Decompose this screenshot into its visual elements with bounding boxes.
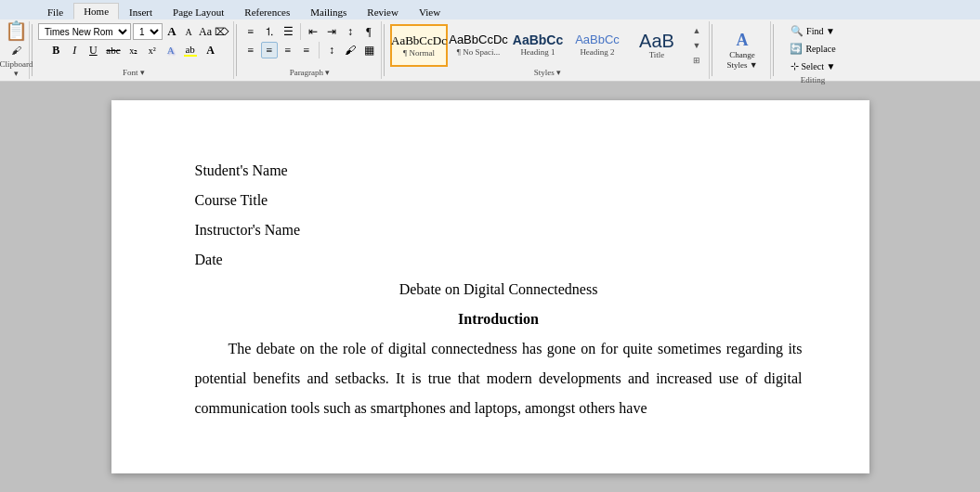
tab-page-layout[interactable]: Page Layout [163,4,234,19]
styles-group: AaBbCcDc ¶ Normal AaBbCcDc ¶ No Spaci...… [386,21,710,79]
italic-button[interactable]: I [66,42,83,58]
find-icon: 🔍 [791,25,804,37]
styles-scroll-up[interactable]: ▲ [688,23,705,37]
text-effects-button[interactable]: A [163,42,179,58]
style-normal[interactable]: AaBbCcDc ¶ Normal [390,24,448,67]
grow-font-button[interactable]: A [164,24,179,39]
align-right-button[interactable]: ≡ [280,42,296,58]
change-styles-label: ChangeStyles ▼ [726,50,757,71]
paste-button[interactable]: 📋 [2,22,31,39]
divider-4 [712,24,712,76]
style-heading2[interactable]: AaBbCc Heading 2 [568,24,626,67]
font-group: Times New Rom 12 A A Aa ⌦ B I U [34,21,234,79]
styles-more[interactable]: ⊞ [688,53,705,67]
font-name-select[interactable]: Times New Rom [38,23,131,40]
clear-formatting-button[interactable]: ⌦ [215,24,229,39]
style-h1-label: Heading 1 [520,47,555,57]
multilevel-list-button[interactable]: ☰ [280,23,296,40]
style-h2-label: Heading 2 [580,47,614,57]
tab-mailings[interactable]: Mailings [300,4,357,19]
editing-group: 🔍 Find ▼ 🔄 Replace ⊹ Select ▼ Editing [776,21,850,79]
align-center-button[interactable]: ≡ [261,42,278,58]
style-no-spacing[interactable]: AaBbCcDc ¶ No Spaci... [450,24,507,67]
font-row1: Times New Rom 12 A A Aa ⌦ [38,23,229,40]
font-size-select[interactable]: 12 [133,23,163,40]
document-page: Student's Name Course Title Instructor's… [111,100,869,473]
shrink-font-button[interactable]: A [181,24,196,39]
style-nospace-label: ¶ No Spaci... [457,47,500,57]
numbering-button[interactable]: ⒈ [261,23,278,40]
style-title[interactable]: AaB Title [628,24,686,67]
divider-5 [773,24,774,76]
ribbon: File Home Insert Page Layout References … [0,0,980,82]
bold-button[interactable]: B [47,42,64,58]
change-case-button[interactable]: Aa [198,24,213,39]
clipboard-label: Clipboard ▾ [0,58,33,78]
change-styles-icon: A [737,31,749,50]
instructor-name-line: Instructor's Name [195,215,803,245]
date-line: Date [195,245,803,275]
divider-inline-1 [300,23,301,40]
document-title: Debate on Digital Connectedness [195,275,803,304]
justify-button[interactable]: ≡ [298,42,315,58]
select-button[interactable]: ⊹ Select ▼ [787,58,840,74]
bullets-button[interactable]: ≡ [242,23,259,40]
styles-scroll-down[interactable]: ▼ [688,38,705,52]
paragraph-row2: ≡ ≡ ≡ ≡ ↕ 🖌 ▦ [242,42,377,58]
divider-3 [384,24,385,76]
line-spacing-button[interactable]: ↕ [323,42,340,58]
find-label: Find ▼ [806,26,835,36]
document-area: Student's Name Course Title Instructor's… [0,82,980,492]
course-title-line: Course Title [195,186,803,215]
replace-label: Replace [805,44,835,54]
ribbon-tab-bar: File Home Insert Page Layout References … [0,0,980,19]
style-title-label: Title [649,50,665,59]
clipboard-group: 📋 🖌 Clipboard ▾ [4,21,30,79]
student-name-line: Student's Name [195,156,803,186]
superscript-button[interactable]: x² [144,42,161,58]
tab-insert[interactable]: Insert [119,4,163,19]
divider-inline-2 [319,42,320,58]
shading-button[interactable]: 🖌 [342,42,359,58]
subscript-button[interactable]: x₂ [125,42,142,58]
styles-group-label: Styles ▾ [534,67,561,77]
change-styles-group: A ChangeStyles ▼ [714,21,771,79]
replace-icon: 🔄 [790,43,803,55]
strikethrough-button[interactable]: abc [103,42,123,58]
font-color-button[interactable]: A [202,42,220,58]
change-styles-button[interactable]: A ChangeStyles ▼ [718,27,766,73]
ribbon-body: 📋 🖌 Clipboard ▾ Times New Rom 12 A A Aa [0,19,980,81]
decrease-indent-button[interactable]: ⇤ [305,23,321,40]
tab-review[interactable]: Review [357,4,409,19]
borders-button[interactable]: ▦ [360,42,377,58]
tab-view[interactable]: View [409,4,451,19]
styles-scroll-buttons: ▲ ▼ ⊞ [688,23,705,67]
sort-button[interactable]: ↕ [342,23,359,40]
document-body-paragraph: The debate on the role of digital connec… [195,334,803,423]
divider-2 [236,24,237,76]
paragraph-group-label: Paragraph ▾ [290,67,331,77]
tab-references[interactable]: References [234,4,300,19]
style-title-preview: AaB [639,32,674,50]
select-label: Select ▼ [802,61,836,71]
document-heading: Introduction [195,304,803,334]
style-nospace-preview: AaBbCcDc [449,33,508,46]
style-h1-preview: AaBbCc [513,33,563,47]
style-normal-label: ¶ Normal [403,48,435,58]
font-group-label: Font ▾ [123,67,145,77]
show-formatting-button[interactable]: ¶ [360,23,377,40]
highlight-button[interactable]: ab [181,42,200,58]
paragraph-group: ≡ ⒈ ☰ ⇤ ⇥ ↕ ¶ ≡ ≡ ≡ ≡ ↕ 🖌 ▦ [239,21,382,79]
tab-file[interactable]: File [37,4,73,19]
select-icon: ⊹ [791,60,799,72]
find-button[interactable]: 🔍 Find ▼ [787,23,839,39]
editing-group-label: Editing [801,74,826,84]
increase-indent-button[interactable]: ⇥ [323,23,340,40]
align-left-button[interactable]: ≡ [242,42,259,58]
format-painter-button[interactable]: 🖌 [8,42,25,58]
replace-button[interactable]: 🔄 Replace [786,41,839,57]
style-heading1[interactable]: AaBbCc Heading 1 [509,24,567,67]
font-row2: B I U abc x₂ x² A ab A [47,42,219,58]
underline-button[interactable]: U [85,42,101,58]
tab-home[interactable]: Home [73,3,119,19]
